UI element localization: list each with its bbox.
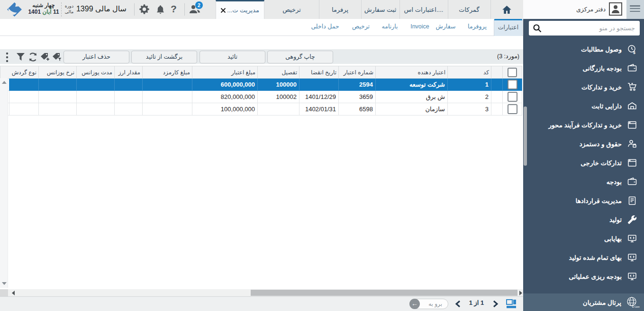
sidebar-item-receivables[interactable]: وصول مطالبات $ — [527, 40, 641, 59]
subtab-credits[interactable]: اعتبارات — [494, 19, 523, 36]
tab-home[interactable] — [490, 0, 523, 19]
sidebar-item-payroll[interactable]: حقوق و دستمزد — [527, 134, 641, 153]
settings-gear-icon[interactable] — [139, 4, 149, 14]
users-badge: 2 — [195, 1, 203, 9]
horizontal-scroll-thumb[interactable] — [251, 290, 517, 296]
col-credit-amount[interactable]: مبلغ اعتبار — [192, 66, 258, 79]
table-row[interactable]: 1 شرکت توسعه 2594 100000 600,000,000 — [0, 79, 522, 91]
col-turnover-type[interactable]: نوع گردش — [9, 66, 39, 79]
previous-page-icon[interactable] — [455, 300, 462, 308]
tab-documentary-credits[interactable]: اعتبارات اس.... — [399, 0, 448, 19]
row-checkbox[interactable] — [503, 103, 522, 116]
refresh-icon[interactable] — [28, 52, 38, 62]
record-count-label: (مورد: 3) — [497, 53, 519, 60]
monitor-code-icon — [627, 272, 637, 281]
window-icon — [627, 120, 637, 130]
col-credit-number[interactable]: شماره اعتبار — [339, 66, 376, 79]
scroll-right-icon[interactable] — [519, 291, 522, 295]
user-avatar-icon[interactable] — [609, 2, 622, 16]
col-detail[interactable]: تفصیل — [258, 66, 299, 79]
monitor-code-icon — [627, 234, 637, 243]
sidebar-item-procurement[interactable]: خرید و تدارکات — [527, 78, 641, 97]
goto-page-button[interactable]: ← — [409, 299, 420, 309]
table-row[interactable]: 3 سازمان 6598 1402/01/31 100,000,000 — [0, 103, 522, 116]
subtab-invoice[interactable]: Invoice — [405, 19, 435, 36]
svg-text:E-Care: E-Care — [632, 305, 640, 308]
row-checkbox[interactable] — [503, 91, 522, 103]
tab-clearance[interactable]: ترخیص — [264, 0, 319, 19]
filter-icon[interactable] — [16, 53, 25, 62]
more-options-kebab-icon[interactable] — [6, 52, 9, 62]
filter-tag-icon[interactable] — [52, 53, 62, 62]
row-checkbox[interactable] — [503, 79, 522, 91]
credits-table: کد اعتبار دهنده شماره اعتبار تاریخ انقضا… — [0, 66, 522, 116]
col-usance-rate[interactable]: نرخ یوزانس — [39, 66, 77, 79]
monitor-code-icon — [627, 253, 637, 262]
next-page-icon[interactable] — [492, 300, 499, 308]
sidebar-item-operational-budgeting[interactable]: بودجه ریزی عملیاتی — [527, 267, 641, 286]
wrench-icon — [627, 215, 637, 224]
subtab-proforma[interactable]: پروفرما — [461, 19, 494, 36]
subtab-clearance[interactable]: ترخیص — [346, 19, 375, 36]
grid-horizontal-scrollbar[interactable] — [0, 289, 523, 296]
fiscal-year-label[interactable]: سال مالی 1399 — [75, 4, 127, 13]
sidebar-item-process-procurement[interactable]: خرید و تدارکات فرآیند محور — [527, 116, 641, 134]
building-icon — [627, 101, 637, 111]
add-tag-icon[interactable] — [40, 53, 50, 62]
tab-proforma[interactable]: پرفرما — [319, 0, 361, 19]
delete-credit-button[interactable]: حذف اعتبار — [63, 51, 129, 63]
fiscal-period-label: دوره مالی — [63, 3, 75, 15]
sidebar-item-costing[interactable]: بهایابی — [527, 229, 641, 248]
wallet-icon — [627, 177, 637, 187]
scroll-down-icon[interactable] — [2, 282, 7, 285]
sidebar-scroll-thumb[interactable] — [524, 107, 527, 166]
subtab-domestic-transport[interactable]: حمل داخلی — [306, 19, 345, 36]
svg-text:$: $ — [633, 50, 635, 55]
subtab-bill-of-lading[interactable]: بارنامه — [375, 19, 404, 36]
hamburger-menu-icon[interactable] — [630, 5, 640, 14]
grid-vertical-scrollbar[interactable] — [0, 78, 8, 288]
office-name-label[interactable]: دفتر مرکزی — [545, 6, 606, 13]
grid-layout-icon[interactable] — [506, 299, 517, 308]
goto-page-placeholder: برو به — [428, 299, 442, 309]
topbar-divider — [134, 3, 135, 16]
col-creditor[interactable]: اعتبار دهنده — [376, 66, 448, 79]
col-usance-duration[interactable]: مدت یوزانس — [77, 66, 115, 79]
sidebar-item-budget[interactable]: بودجه — [527, 172, 641, 191]
table-row[interactable]: 2 ش برق 3659 1401/12/29 100002 820,000,0… — [0, 91, 522, 103]
col-fee-amount[interactable]: مبلغ کارمزد — [143, 66, 192, 79]
app-logo-icon[interactable] — [6, 2, 23, 17]
topbar-dashed-divider — [61, 2, 62, 17]
search-icon — [533, 24, 542, 33]
person-money-icon — [627, 139, 637, 149]
scroll-up-icon[interactable] — [2, 81, 7, 84]
tab-order-registration[interactable]: ثبت سفارش — [361, 0, 399, 19]
tab-credit-management[interactable]: مدیریت ت... — [216, 0, 264, 19]
contract-icon — [627, 196, 637, 205]
goto-page-input[interactable]: برو به ← — [409, 299, 448, 309]
col-code[interactable]: کد — [448, 66, 491, 79]
sidebar-item-customer-portal[interactable]: پرتال مشتریان E-Care — [523, 293, 644, 311]
batch-print-button[interactable]: چاپ گروهی — [267, 51, 333, 63]
revert-approval-button[interactable]: برگشت از تائید — [131, 51, 197, 63]
close-tab-icon[interactable] — [220, 8, 226, 13]
sidebar-item-contract-management[interactable]: مدیریت قراردادها — [527, 191, 641, 210]
subtab-order[interactable]: سفارش — [431, 19, 461, 36]
notifications-bell-icon[interactable] — [155, 4, 165, 15]
sidebar-item-production[interactable]: تولید — [527, 210, 641, 229]
sidebar-item-foreign-procurement[interactable]: تدارکات خارجی — [527, 153, 641, 172]
col-currency-amount[interactable]: مقدار ارز — [115, 66, 143, 79]
sidebar-item-commercial-budget[interactable]: بودجه بازرگانی — [527, 59, 641, 78]
app-window: چهار شنبه 11 آبان 1401 دوره مالی سال مال… — [0, 0, 644, 311]
menu-search-input[interactable]: جستجو در منو — [529, 21, 640, 36]
sidebar-item-production-cost[interactable]: بهای تمام شده تولید — [527, 248, 641, 267]
tab-customs[interactable]: گمرکات — [448, 0, 490, 19]
approve-button[interactable]: تائید — [200, 51, 265, 63]
sidebar-item-fixed-assets[interactable]: دارایی ثابت — [527, 97, 641, 116]
window-icon — [627, 158, 637, 168]
help-icon[interactable]: ? — [171, 3, 177, 15]
col-expiry-date[interactable]: تاریخ انقضا — [299, 66, 339, 79]
scrollbar-corner — [0, 289, 8, 296]
select-all-checkbox[interactable] — [503, 66, 522, 79]
scroll-left-icon[interactable] — [12, 291, 15, 295]
